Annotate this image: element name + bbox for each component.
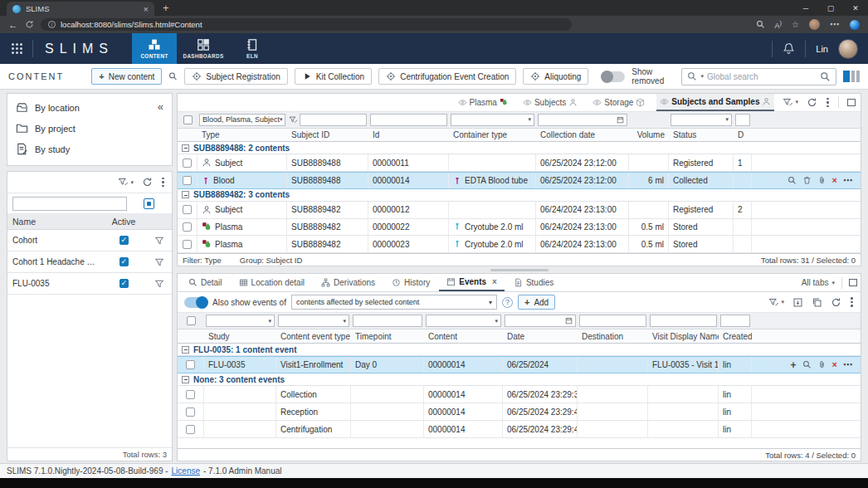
refresh-icon[interactable] — [142, 177, 153, 188]
site-info-icon[interactable]: i — [48, 21, 56, 28]
column-header-visit-display-name[interactable]: Visit Display Name — [648, 332, 719, 341]
edit-filter-icon[interactable] — [289, 115, 298, 124]
maximize-panel-icon[interactable] — [849, 279, 857, 286]
row-checkbox[interactable] — [183, 222, 192, 232]
read-aloud-icon[interactable]: A) — [775, 19, 783, 30]
tab-location-detail[interactable]: Location detail — [232, 274, 313, 291]
panel-splitter[interactable] — [177, 266, 861, 273]
timepoint-filter-input[interactable] — [353, 315, 422, 327]
table-row[interactable]: Cohort 1 Headache S... — [7, 251, 172, 273]
table-row[interactable]: Subject SUB8889488 00000011 06/25/2024 2… — [178, 154, 861, 172]
column-header-content[interactable]: Content — [424, 332, 503, 341]
new-tab-button[interactable]: + — [163, 2, 169, 16]
aliquoting-button[interactable]: Aliquoting — [523, 68, 588, 85]
nav-content[interactable]: CONTENT — [132, 33, 177, 64]
row-checkbox[interactable] — [183, 240, 192, 249]
sidebar-item-by-project[interactable]: By project — [7, 118, 172, 139]
show-removed-toggle[interactable] — [602, 71, 625, 82]
window-restore-button[interactable]: ▢ — [818, 4, 843, 12]
search-submit-icon[interactable] — [820, 71, 831, 82]
browser-profile-avatar[interactable] — [809, 19, 820, 30]
close-tab-icon[interactable]: × — [492, 277, 497, 286]
add-event-button[interactable]: + Add — [518, 295, 555, 310]
table-row[interactable]: FLU-0035 — [7, 273, 172, 295]
tab-detail[interactable]: Detail — [181, 274, 230, 291]
table-row-selected[interactable]: Blood SUB8889488 00000014 EDTA Blood tub… — [178, 172, 861, 189]
row-menu-icon[interactable]: ⋯ — [843, 176, 853, 185]
also-show-events-toggle[interactable] — [184, 297, 207, 308]
active-checkbox[interactable] — [119, 257, 129, 266]
global-search-input[interactable] — [707, 72, 817, 81]
column-header-d[interactable]: D — [734, 130, 752, 139]
group-header[interactable]: None: 3 content events — [178, 373, 861, 386]
row-menu-icon[interactable]: ⋯ — [843, 360, 853, 369]
delete-icon[interactable] — [802, 176, 812, 185]
table-row[interactable]: Centrifugation 00000014 06/25/2024 23:29… — [178, 421, 861, 438]
subject-registration-button[interactable]: Subject Registration — [184, 68, 288, 85]
study-filter-combo[interactable]: ▾ — [206, 315, 275, 327]
maximize-panel-icon[interactable] — [847, 99, 856, 106]
remove-icon[interactable]: × — [832, 176, 837, 185]
remove-icon[interactable]: × — [832, 360, 837, 369]
add-icon[interactable]: + — [791, 360, 797, 370]
back-button[interactable]: ← — [8, 19, 18, 31]
table-row[interactable]: Plasma SUB8889482 00000023 Cryotube 2.0 … — [178, 236, 861, 253]
view-tab-storage[interactable]: Storage — [589, 94, 648, 111]
kit-collection-button[interactable]: Kit Collection — [295, 68, 372, 85]
name-filter-input[interactable] — [12, 197, 127, 211]
column-header-content-event-type[interactable]: Content event type — [276, 332, 351, 341]
window-minimize-button[interactable]: ─ — [793, 4, 818, 12]
row-checkbox[interactable] — [183, 159, 192, 168]
zoom-icon[interactable] — [756, 20, 765, 29]
tab-events[interactable]: Events× — [439, 274, 505, 291]
group-header[interactable]: SUB8889482: 3 contents — [178, 189, 861, 202]
collapse-sidebar-icon[interactable]: « — [158, 100, 163, 113]
column-header-id[interactable]: Id — [368, 130, 449, 139]
refresh-icon[interactable] — [831, 297, 841, 308]
browser-menu-icon[interactable]: ⋯ — [830, 20, 840, 29]
container-type-filter-combo[interactable]: ▾ — [451, 114, 534, 126]
view-tab-plasma[interactable]: Plasma — [455, 94, 511, 111]
filter-icon[interactable] — [154, 257, 164, 267]
collapse-group-icon[interactable] — [182, 376, 189, 383]
group-header[interactable]: FLU-0035: 1 content event — [178, 344, 861, 356]
favorite-star-icon[interactable]: ☆ — [792, 20, 799, 29]
table-row[interactable]: Collection 00000014 06/25/2024 23:29:34 … — [178, 386, 861, 403]
copilot-icon[interactable] — [850, 20, 860, 30]
url-text[interactable]: localhost:8080/slims/Slims.html#Content — [61, 20, 202, 29]
more-options-icon[interactable] — [850, 297, 854, 307]
browser-tab[interactable]: SLIMS × — [7, 2, 154, 16]
select-all-checkbox[interactable] — [187, 316, 196, 325]
row-checkbox[interactable] — [183, 176, 192, 185]
column-header-name[interactable]: Name — [7, 217, 100, 227]
address-bar[interactable]: i localhost:8080/slims/Slims.html#Conten… — [41, 18, 572, 31]
table-row[interactable]: Reception 00000014 06/25/2024 23:29:43 l… — [178, 403, 861, 421]
column-header-study[interactable]: Study — [204, 332, 276, 341]
barcode-search-icon[interactable] — [168, 71, 178, 82]
view-record-icon[interactable] — [802, 360, 812, 369]
subject-id-filter-input[interactable] — [300, 114, 367, 126]
column-header-timepoint[interactable]: Timepoint — [351, 332, 424, 341]
view-tab-subjects[interactable]: Subjects — [519, 94, 581, 111]
d-filter-input[interactable] — [735, 114, 750, 126]
license-link[interactable]: License — [172, 466, 200, 476]
new-content-button[interactable]: + New content — [91, 68, 162, 85]
nav-eln[interactable]: ELN — [230, 33, 275, 64]
tab-studies[interactable]: Studies — [506, 274, 561, 291]
filter-menu-icon[interactable]: ▾ — [783, 97, 798, 108]
copy-view-icon[interactable] — [812, 297, 822, 308]
table-row[interactable]: Subject SUB8889482 00000012 06/24/2024 2… — [178, 202, 861, 219]
notifications-bell-icon[interactable] — [783, 42, 795, 55]
active-checkbox[interactable] — [119, 236, 129, 245]
row-checkbox[interactable] — [186, 407, 195, 417]
column-header-status[interactable]: Status — [669, 130, 734, 139]
global-search-box[interactable]: ▾ — [681, 68, 836, 85]
event-scope-select[interactable]: contents affected by selected content▾ — [291, 295, 497, 310]
reload-button[interactable] — [25, 20, 34, 29]
visit-display-name-filter-input[interactable] — [650, 315, 717, 327]
nav-dashboards[interactable]: DASHBOARDS — [177, 33, 230, 64]
centrifugation-event-creation-button[interactable]: Centrifugation Event Creation — [378, 68, 516, 85]
filter-icon[interactable] — [154, 236, 164, 246]
more-options-icon[interactable] — [826, 98, 830, 108]
group-header[interactable]: SUB8889488: 2 contents — [178, 142, 861, 154]
